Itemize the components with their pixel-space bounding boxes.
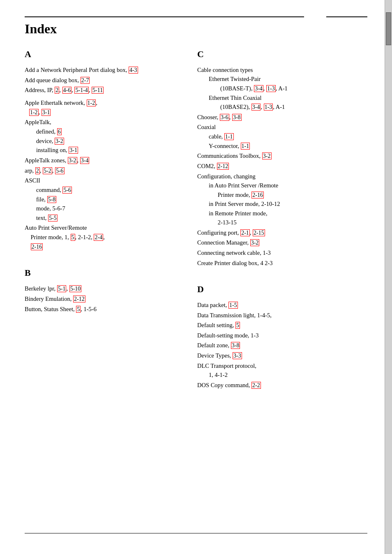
list-item: Default-setting mode, 1-3 — [197, 331, 367, 340]
list-item: mode, 5-6-7 — [25, 204, 181, 213]
section-b-letter: B — [25, 268, 181, 278]
page-ref: 3-8 — [231, 342, 240, 349]
page-ref: 3-2 — [262, 152, 272, 159]
page-ref: 2-16 — [251, 192, 264, 199]
list-item: Button, Status Sheet, 5, 1-5-6 — [25, 305, 181, 314]
page-ref: 1-1 — [224, 133, 234, 140]
list-item: Connection Manager, 3-2 — [197, 238, 367, 247]
page-ref: 1-3 — [264, 104, 273, 111]
page-ref: 5-8 — [47, 196, 57, 203]
page-ref: 2-7 — [81, 77, 90, 84]
list-item: installing on, 3-1 — [25, 145, 181, 155]
list-item: Default zone, 3-8 — [197, 341, 367, 350]
section-a-letter: A — [25, 49, 181, 60]
page-ref: 3-1 — [69, 147, 78, 154]
page-ref: 5-10 — [69, 285, 82, 292]
page-ref: 2-12 — [217, 163, 229, 170]
page-ref: 2 — [35, 167, 40, 174]
page-ref: 3-2 — [55, 138, 64, 145]
page-ref: 2-12 — [73, 295, 85, 302]
section-b-entries: Berkeley lpr, 5-1, 5-10 Bindery Emulatio… — [25, 284, 181, 314]
page-ref: 3-4 — [254, 85, 263, 92]
page-ref: 5-2 — [43, 167, 52, 174]
page-ref: 2-1 — [240, 229, 250, 236]
scrollbar-thumb[interactable] — [386, 12, 391, 45]
page-ref: 3-2 — [250, 239, 260, 246]
page-ref: 1-2 — [29, 109, 39, 116]
page-ref: 1-2 — [87, 99, 96, 106]
list-item: Data packet, 1-5 — [197, 300, 367, 310]
list-item: DOS Copy command, 2-2 — [197, 381, 367, 390]
list-item: Berkeley lpr, 5-1, 5-10 — [25, 284, 181, 293]
page-ref: 5-6 — [62, 187, 72, 194]
list-item: Device Types, 3-3 — [197, 351, 367, 360]
section-d-entries: Data packet, 1-5 Data Transmission light… — [197, 300, 367, 390]
list-item: Create Printer dialog box, 4 2-3 — [197, 259, 367, 268]
page-ref: 5-5 — [48, 215, 58, 222]
list-item: Address, IP, 2, 4-6, 5-1-4, 5-11 — [25, 85, 181, 95]
list-item: (10BASE-T), 3-4, 1-3, A-1 — [197, 84, 367, 93]
list-item: Communications Toolbox, 3-2 — [197, 151, 367, 161]
list-item: Add queue dialog box, 2-7 — [25, 76, 181, 85]
section-c-letter: C — [197, 49, 367, 60]
page-ref: 1-5 — [228, 302, 238, 309]
page-title: Index — [25, 21, 367, 37]
page-ref: 2-2 — [251, 382, 261, 389]
scrollbar[interactable] — [385, 0, 392, 554]
list-item: command, 5-6 — [25, 185, 181, 195]
page-ref: 3-2 — [68, 157, 77, 164]
list-item: Add a Network Peripheral Port dialog box… — [25, 65, 181, 75]
list-item: Default setting, 5 — [197, 321, 367, 330]
page-ref: 1-1 — [241, 143, 250, 150]
page-ref: 3-8 — [232, 114, 242, 121]
page-ref: 5-11 — [92, 87, 104, 94]
list-item: COM2, 2-12 — [197, 162, 367, 171]
page-ref: 5 — [235, 322, 240, 329]
left-column: A Add a Network Peripheral Port dialog b… — [25, 49, 181, 406]
list-item: Configuration, changing — [197, 172, 367, 181]
section-c-entries: Cable connection types Ethernet Twisted-… — [197, 65, 367, 268]
list-item: defined, 6 — [25, 127, 181, 136]
top-rule-right — [326, 16, 367, 17]
page-ref: 1-3 — [266, 85, 276, 92]
spacer — [25, 95, 181, 97]
list-item: Connecting network cable, 1-3 — [197, 248, 367, 257]
page-ref: 3-6 — [220, 114, 229, 121]
list-item: in Print Server mode, 2-10-12 — [197, 199, 367, 208]
page-ref: 4-3 — [129, 67, 138, 74]
page-ref: 5-6 — [55, 167, 65, 174]
list-item: ASCII — [25, 176, 181, 185]
section-a-entries: Add a Network Peripheral Port dialog box… — [25, 65, 181, 251]
list-item: Bindery Emulation, 2-12 — [25, 294, 181, 304]
list-item: Ethernet Twisted-Pair — [197, 74, 367, 83]
index-columns: A Add a Network Peripheral Port dialog b… — [25, 49, 367, 406]
list-item: Configuring port, 2-1, 2-15 — [197, 228, 367, 238]
list-item: device, 3-2 — [25, 136, 181, 146]
list-item: file, 5-8 — [25, 195, 181, 204]
page-ref: 3-1 — [42, 109, 51, 116]
page: Index A Add a Network Peripheral Port di… — [0, 0, 392, 554]
list-item: arp, 2, 5-2, 5-6 — [25, 166, 181, 175]
top-rule-left — [25, 16, 304, 17]
page-ref: 4-6 — [62, 87, 72, 94]
page-ref: 3-4 — [80, 157, 90, 164]
list-item: AppleTalk zones, 3-2, 3-4 — [25, 156, 181, 165]
section-b: B Berkeley lpr, 5-1, 5-10 Bindery Emulat… — [25, 268, 181, 314]
page-ref: 3-3 — [233, 352, 242, 359]
list-item: in Auto Print Server /Remote Printer mod… — [197, 181, 367, 199]
page-ref: 2-16 — [31, 243, 43, 250]
list-item: text, 5-5 — [25, 213, 181, 223]
list-item: Coaxial — [197, 122, 367, 132]
page-ref: 5 — [76, 306, 81, 313]
page-ref: 2-15 — [253, 229, 265, 236]
section-d-letter: D — [197, 284, 367, 295]
section-d: D Data packet, 1-5 Data Transmission lig… — [197, 284, 367, 390]
list-item: (10BASE2), 3-4, 1-3, A-1 — [197, 102, 367, 112]
bottom-rule — [25, 533, 367, 533]
page-ref: 5-1-4 — [74, 87, 88, 94]
section-c: C Cable connection types Ethernet Twiste… — [197, 49, 367, 268]
list-item: DLC Transport protocol, — [197, 361, 367, 370]
list-item: 1, 4-1-2 — [197, 370, 367, 379]
list-item: Ethernet Thin Coaxial — [197, 93, 367, 102]
list-item: Chooser, 3-6, 3-8 — [197, 113, 367, 122]
